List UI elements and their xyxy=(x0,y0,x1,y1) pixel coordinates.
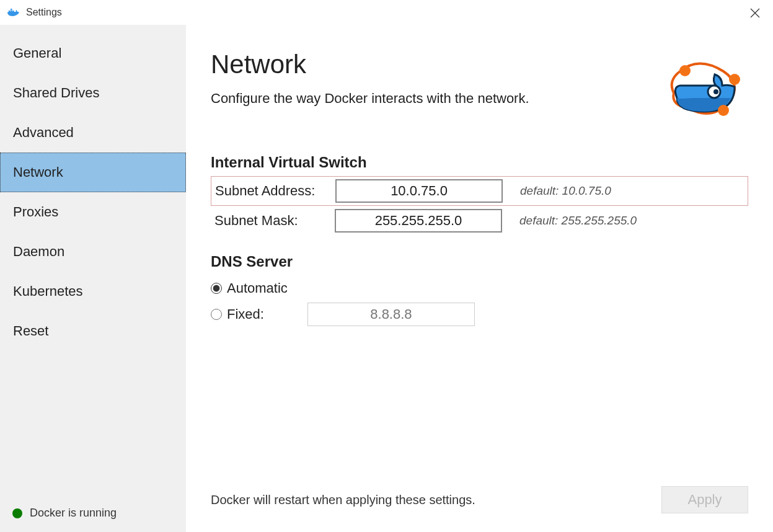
subnet-address-input[interactable] xyxy=(335,179,503,203)
sidebar-item-advanced[interactable]: Advanced xyxy=(0,113,186,153)
close-button[interactable] xyxy=(746,4,764,22)
main-panel: Network Configure the way Docker interac… xyxy=(186,25,773,532)
sidebar-item-shared-drives[interactable]: Shared Drives xyxy=(0,73,186,113)
svg-rect-0 xyxy=(9,11,11,12)
sidebar-item-daemon[interactable]: Daemon xyxy=(0,232,186,272)
dns-server-section: DNS Server Automatic Fixed: xyxy=(211,253,748,327)
dns-fixed-option[interactable]: Fixed: xyxy=(211,306,264,322)
dns-fixed-radio[interactable] xyxy=(211,309,222,320)
subnet-mask-label: Subnet Mask: xyxy=(211,213,335,229)
footer-text: Docker will restart when applying these … xyxy=(211,493,475,507)
status-text: Docker is running xyxy=(30,507,117,520)
status-indicator-icon xyxy=(12,508,22,518)
subnet-address-hint: default: 10.0.75.0 xyxy=(520,184,611,198)
page-title: Network xyxy=(211,50,529,79)
status-bar: Docker is running xyxy=(0,494,186,532)
subnet-mask-hint: default: 255.255.255.0 xyxy=(519,214,637,228)
svg-point-10 xyxy=(718,105,729,116)
svg-rect-3 xyxy=(11,9,12,11)
close-icon xyxy=(750,8,760,18)
svg-point-9 xyxy=(729,74,740,85)
window-title: Settings xyxy=(26,7,62,18)
page-subtitle: Configure the way Docker interacts with … xyxy=(211,89,529,108)
subnet-address-label: Subnet Address: xyxy=(211,183,335,199)
dns-automatic-option[interactable]: Automatic xyxy=(211,280,288,296)
dns-fixed-label: Fixed: xyxy=(227,306,264,322)
sidebar-item-general[interactable]: General xyxy=(0,33,186,73)
sidebar: General Shared Drives Advanced Network P… xyxy=(0,25,186,532)
svg-rect-1 xyxy=(11,11,12,12)
svg-rect-2 xyxy=(12,11,14,12)
section-heading-dns: DNS Server xyxy=(211,253,748,270)
svg-point-7 xyxy=(713,89,718,94)
section-heading-switch: Internal Virtual Switch xyxy=(211,154,748,171)
sidebar-item-proxies[interactable]: Proxies xyxy=(0,192,186,232)
sidebar-item-kubernetes[interactable]: Kubernetes xyxy=(0,272,186,311)
sidebar-item-network[interactable]: Network xyxy=(0,153,186,192)
dns-automatic-radio[interactable] xyxy=(211,283,222,294)
titlebar: Settings xyxy=(0,0,773,25)
svg-point-8 xyxy=(679,65,691,76)
sidebar-item-reset[interactable]: Reset xyxy=(0,311,186,351)
subnet-mask-row: Subnet Mask: default: 255.255.255.0 xyxy=(211,206,748,236)
dns-automatic-label: Automatic xyxy=(227,280,288,296)
apply-button[interactable]: Apply xyxy=(661,486,748,513)
footer: Docker will restart when applying these … xyxy=(211,486,748,513)
dns-fixed-input[interactable] xyxy=(307,303,475,326)
internal-virtual-switch-section: Internal Virtual Switch Subnet Address: … xyxy=(211,154,748,236)
docker-whale-icon xyxy=(6,5,21,20)
subnet-mask-input[interactable] xyxy=(335,209,502,233)
docker-network-hero-icon xyxy=(655,50,748,124)
subnet-address-row: Subnet Address: default: 10.0.75.0 xyxy=(211,176,748,206)
